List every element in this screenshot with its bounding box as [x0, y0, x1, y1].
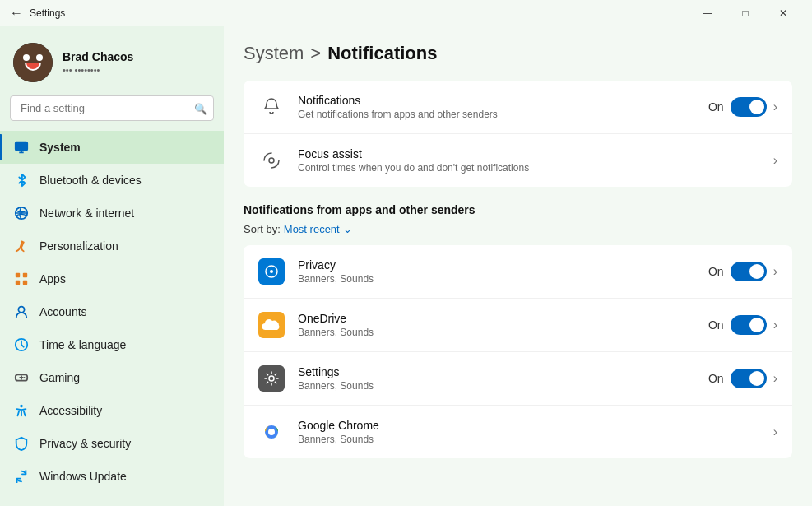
brush-icon [13, 238, 30, 254]
chrome-row[interactable]: Google Chrome Banners, Sounds › [244, 406, 792, 458]
settings-app-chevron: › [773, 371, 777, 386]
sidebar-item-personalization[interactable]: Personalization [0, 230, 224, 262]
sidebar-item-bluetooth[interactable]: Bluetooth & devices [0, 164, 224, 197]
clock-icon [13, 337, 30, 353]
privacy-app-subtitle: Banners, Sounds [298, 273, 695, 285]
sidebar-item-time-label: Time & language [39, 338, 211, 351]
onedrive-toggle[interactable] [731, 315, 767, 335]
sidebar-item-apps-label: Apps [39, 272, 211, 285]
search-icon: 🔍 [194, 102, 207, 114]
network-icon [13, 205, 30, 221]
close-button[interactable]: ✕ [764, 0, 802, 26]
minimize-button[interactable]: — [689, 0, 726, 26]
app-notifications-card: Privacy Banners, Sounds On › OneDrive [244, 245, 792, 458]
sidebar-item-accessibility-label: Accessibility [39, 404, 211, 417]
breadcrumb-parent: System [244, 43, 304, 64]
back-button[interactable]: ← [10, 6, 23, 21]
svg-point-9 [24, 377, 26, 378]
notifications-subtitle: Get notifications from apps and other se… [298, 109, 695, 120]
top-settings-card: Notifications Get notifications from app… [244, 81, 792, 187]
sort-bar: Sort by: Most recent ⌄ [244, 223, 792, 235]
avatar-eye-right [36, 54, 43, 61]
avatar [13, 43, 53, 82]
maximize-button[interactable]: □ [726, 0, 764, 26]
onedrive-icon [258, 312, 285, 338]
sidebar-item-privacy[interactable]: Privacy & security [0, 427, 224, 460]
sidebar-item-windows-update-label: Windows Update [39, 470, 211, 483]
app-title: Settings [30, 7, 65, 19]
notifications-toggle[interactable] [731, 97, 767, 117]
sidebar-item-apps[interactable]: Apps [0, 262, 224, 295]
search-input[interactable] [10, 95, 214, 121]
onedrive-chevron: › [773, 318, 777, 332]
focus-assist-chevron: › [773, 153, 777, 168]
settings-app-row[interactable]: Settings Banners, Sounds On › [244, 352, 792, 406]
avatar-eye-left [23, 54, 30, 61]
svg-point-14 [269, 376, 274, 381]
settings-app-toggle[interactable] [731, 369, 767, 388]
svg-rect-0 [16, 142, 27, 151]
avatar-mouth [25, 63, 41, 71]
focus-assist-row[interactable]: Focus assist Control times when you do a… [244, 134, 792, 187]
sidebar-item-bluetooth-label: Bluetooth & devices [39, 174, 211, 187]
svg-rect-5 [23, 281, 27, 285]
user-email: ••• •••••••• [63, 65, 211, 75]
sidebar-item-accounts[interactable]: Accounts [0, 295, 224, 328]
settings-app-title: Settings [298, 365, 695, 378]
breadcrumb: System > Notifications [244, 43, 792, 64]
notifications-row[interactable]: Notifications Get notifications from app… [244, 81, 792, 134]
breadcrumb-current: Notifications [327, 43, 437, 64]
sidebar-item-network-label: Network & internet [39, 207, 211, 220]
game-icon [13, 369, 30, 386]
focus-assist-icon [258, 147, 285, 174]
breadcrumb-separator: > [310, 43, 321, 64]
sidebar-item-accessibility[interactable]: Accessibility [0, 394, 224, 427]
sidebar-item-system-label: System [39, 141, 211, 154]
sidebar: Brad Chacos ••• •••••••• 🔍 System Blueto [0, 26, 224, 506]
settings-app-status: On [708, 372, 724, 385]
sidebar-item-gaming-label: Gaming [39, 371, 211, 384]
notifications-chevron: › [773, 100, 777, 114]
focus-assist-subtitle: Control times when you do and don't get … [298, 162, 760, 174]
settings-app-subtitle: Banners, Sounds [298, 380, 695, 392]
notifications-status: On [708, 100, 724, 114]
user-name: Brad Chacos [63, 50, 211, 63]
svg-point-10 [20, 405, 23, 408]
svg-point-6 [18, 307, 24, 313]
sidebar-item-accounts-label: Accounts [39, 305, 211, 318]
content-area: System > Notifications Notifications Get… [224, 26, 812, 506]
privacy-app-icon [258, 258, 285, 285]
privacy-app-toggle[interactable] [731, 262, 767, 281]
sidebar-item-privacy-label: Privacy & security [39, 437, 211, 450]
privacy-app-row[interactable]: Privacy Banners, Sounds On › [244, 245, 792, 299]
svg-rect-3 [23, 273, 27, 277]
onedrive-status: On [708, 318, 724, 332]
search-box[interactable]: 🔍 [10, 95, 214, 121]
privacy-app-status: On [708, 265, 724, 278]
sidebar-item-time[interactable]: Time & language [0, 328, 224, 361]
svg-point-11 [269, 158, 274, 163]
svg-rect-4 [16, 281, 20, 285]
sort-dropdown[interactable]: Most recent ⌄ [284, 223, 352, 235]
user-profile[interactable]: Brad Chacos ••• •••••••• [0, 26, 224, 95]
notifications-title: Notifications [298, 94, 695, 107]
svg-point-13 [270, 270, 273, 273]
onedrive-row[interactable]: OneDrive Banners, Sounds On › [244, 299, 792, 352]
monitor-icon [13, 139, 30, 156]
chrome-title: Google Chrome [298, 419, 760, 432]
chrome-icon [258, 419, 285, 445]
nav-list: System Bluetooth & devices Network & int… [0, 128, 224, 496]
chrome-chevron: › [773, 425, 777, 439]
notifications-icon [258, 94, 285, 120]
accessibility-icon [13, 402, 30, 419]
focus-assist-title: Focus assist [298, 147, 760, 160]
chrome-subtitle: Banners, Sounds [298, 434, 760, 445]
sidebar-item-network[interactable]: Network & internet [0, 197, 224, 230]
sidebar-item-system[interactable]: System [0, 131, 224, 164]
onedrive-title: OneDrive [298, 312, 695, 325]
sort-label: Sort by: [244, 223, 281, 235]
sidebar-item-windows-update[interactable]: Windows Update [0, 460, 224, 493]
privacy-app-chevron: › [773, 264, 777, 279]
svg-rect-2 [16, 273, 20, 277]
sidebar-item-gaming[interactable]: Gaming [0, 361, 224, 394]
